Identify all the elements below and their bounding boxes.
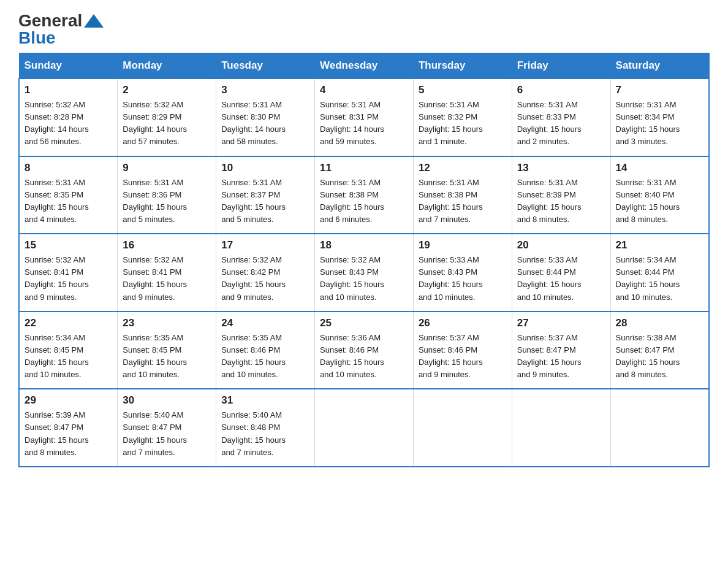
day-info: Sunrise: 5:32 AM Sunset: 8:41 PM Dayligh… bbox=[25, 254, 112, 304]
logo-general-text: General bbox=[18, 12, 82, 29]
day-info: Sunrise: 5:37 AM Sunset: 8:47 PM Dayligh… bbox=[517, 332, 605, 381]
week-row-2: 8Sunrise: 5:31 AM Sunset: 8:35 PM Daylig… bbox=[19, 156, 709, 234]
header-friday: Friday bbox=[512, 53, 610, 79]
day-info: Sunrise: 5:31 AM Sunset: 8:38 PM Dayligh… bbox=[419, 177, 507, 226]
calendar-table: SundayMondayTuesdayWednesdayThursdayFrid… bbox=[18, 53, 710, 467]
day-info: Sunrise: 5:32 AM Sunset: 8:29 PM Dayligh… bbox=[123, 99, 211, 148]
header-sunday: Sunday bbox=[19, 53, 118, 79]
day-info: Sunrise: 5:31 AM Sunset: 8:39 PM Dayligh… bbox=[517, 177, 605, 226]
day-cell: 11Sunrise: 5:31 AM Sunset: 8:38 PM Dayli… bbox=[315, 156, 414, 234]
day-info: Sunrise: 5:31 AM Sunset: 8:38 PM Dayligh… bbox=[320, 177, 408, 226]
week-row-1: 1Sunrise: 5:32 AM Sunset: 8:28 PM Daylig… bbox=[19, 79, 709, 156]
day-cell: 30Sunrise: 5:40 AM Sunset: 8:47 PM Dayli… bbox=[118, 389, 216, 467]
day-cell: 15Sunrise: 5:32 AM Sunset: 8:41 PM Dayli… bbox=[19, 234, 118, 312]
day-cell: 7Sunrise: 5:31 AM Sunset: 8:34 PM Daylig… bbox=[610, 79, 709, 156]
day-number: 21 bbox=[616, 239, 703, 251]
day-number: 1 bbox=[25, 84, 112, 96]
day-number: 7 bbox=[616, 84, 703, 96]
day-cell: 6Sunrise: 5:31 AM Sunset: 8:33 PM Daylig… bbox=[512, 79, 610, 156]
day-cell: 18Sunrise: 5:32 AM Sunset: 8:43 PM Dayli… bbox=[315, 234, 414, 312]
day-number: 17 bbox=[221, 239, 309, 251]
day-cell: 5Sunrise: 5:31 AM Sunset: 8:32 PM Daylig… bbox=[413, 79, 512, 156]
day-cell: 19Sunrise: 5:33 AM Sunset: 8:43 PM Dayli… bbox=[413, 234, 512, 312]
day-cell bbox=[512, 389, 610, 467]
day-number: 27 bbox=[517, 317, 605, 329]
day-cell bbox=[315, 389, 414, 467]
day-info: Sunrise: 5:31 AM Sunset: 8:34 PM Dayligh… bbox=[616, 99, 703, 148]
day-cell: 22Sunrise: 5:34 AM Sunset: 8:45 PM Dayli… bbox=[19, 312, 118, 389]
day-number: 9 bbox=[123, 162, 211, 174]
day-info: Sunrise: 5:39 AM Sunset: 8:47 PM Dayligh… bbox=[25, 409, 112, 459]
day-number: 5 bbox=[419, 84, 507, 96]
day-number: 19 bbox=[419, 239, 507, 251]
day-info: Sunrise: 5:32 AM Sunset: 8:28 PM Dayligh… bbox=[25, 99, 112, 148]
logo-blue-text: Blue bbox=[18, 28, 56, 47]
day-number: 24 bbox=[221, 317, 309, 329]
day-number: 18 bbox=[320, 239, 408, 251]
day-info: Sunrise: 5:32 AM Sunset: 8:41 PM Dayligh… bbox=[123, 254, 211, 304]
day-info: Sunrise: 5:36 AM Sunset: 8:46 PM Dayligh… bbox=[320, 332, 408, 381]
day-cell: 9Sunrise: 5:31 AM Sunset: 8:36 PM Daylig… bbox=[118, 156, 216, 234]
day-cell: 25Sunrise: 5:36 AM Sunset: 8:46 PM Dayli… bbox=[315, 312, 414, 389]
day-number: 14 bbox=[616, 162, 703, 174]
day-cell: 23Sunrise: 5:35 AM Sunset: 8:45 PM Dayli… bbox=[118, 312, 216, 389]
day-number: 3 bbox=[221, 84, 309, 96]
day-cell: 29Sunrise: 5:39 AM Sunset: 8:47 PM Dayli… bbox=[19, 389, 118, 467]
day-info: Sunrise: 5:32 AM Sunset: 8:43 PM Dayligh… bbox=[320, 254, 408, 304]
header-row: SundayMondayTuesdayWednesdayThursdayFrid… bbox=[19, 53, 709, 79]
day-cell: 24Sunrise: 5:35 AM Sunset: 8:46 PM Dayli… bbox=[216, 312, 315, 389]
day-cell: 28Sunrise: 5:38 AM Sunset: 8:47 PM Dayli… bbox=[610, 312, 709, 389]
logo: General Blue bbox=[18, 12, 104, 47]
day-cell bbox=[610, 389, 709, 467]
day-cell: 27Sunrise: 5:37 AM Sunset: 8:47 PM Dayli… bbox=[512, 312, 610, 389]
page-header: General Blue bbox=[18, 12, 710, 47]
day-info: Sunrise: 5:40 AM Sunset: 8:48 PM Dayligh… bbox=[221, 409, 309, 459]
day-cell: 21Sunrise: 5:34 AM Sunset: 8:44 PM Dayli… bbox=[610, 234, 709, 312]
day-cell: 26Sunrise: 5:37 AM Sunset: 8:46 PM Dayli… bbox=[413, 312, 512, 389]
day-number: 28 bbox=[616, 317, 703, 329]
day-info: Sunrise: 5:31 AM Sunset: 8:36 PM Dayligh… bbox=[123, 177, 211, 226]
day-info: Sunrise: 5:31 AM Sunset: 8:35 PM Dayligh… bbox=[25, 177, 112, 226]
day-number: 25 bbox=[320, 317, 408, 329]
day-info: Sunrise: 5:31 AM Sunset: 8:32 PM Dayligh… bbox=[419, 99, 507, 148]
svg-marker-1 bbox=[84, 14, 104, 28]
header-monday: Monday bbox=[118, 53, 216, 79]
week-row-5: 29Sunrise: 5:39 AM Sunset: 8:47 PM Dayli… bbox=[19, 389, 709, 467]
day-info: Sunrise: 5:40 AM Sunset: 8:47 PM Dayligh… bbox=[123, 409, 211, 459]
day-info: Sunrise: 5:35 AM Sunset: 8:46 PM Dayligh… bbox=[221, 332, 309, 381]
day-number: 6 bbox=[517, 84, 605, 96]
header-tuesday: Tuesday bbox=[216, 53, 315, 79]
day-number: 30 bbox=[123, 394, 211, 407]
week-row-3: 15Sunrise: 5:32 AM Sunset: 8:41 PM Dayli… bbox=[19, 234, 709, 312]
day-cell: 31Sunrise: 5:40 AM Sunset: 8:48 PM Dayli… bbox=[216, 389, 315, 467]
day-info: Sunrise: 5:32 AM Sunset: 8:42 PM Dayligh… bbox=[221, 254, 309, 304]
day-cell bbox=[413, 389, 512, 467]
day-cell: 13Sunrise: 5:31 AM Sunset: 8:39 PM Dayli… bbox=[512, 156, 610, 234]
day-cell: 4Sunrise: 5:31 AM Sunset: 8:31 PM Daylig… bbox=[315, 79, 414, 156]
day-cell: 14Sunrise: 5:31 AM Sunset: 8:40 PM Dayli… bbox=[610, 156, 709, 234]
day-info: Sunrise: 5:31 AM Sunset: 8:33 PM Dayligh… bbox=[517, 99, 605, 148]
day-cell: 12Sunrise: 5:31 AM Sunset: 8:38 PM Dayli… bbox=[413, 156, 512, 234]
header-thursday: Thursday bbox=[413, 53, 512, 79]
day-info: Sunrise: 5:33 AM Sunset: 8:44 PM Dayligh… bbox=[517, 254, 605, 304]
day-number: 31 bbox=[221, 394, 309, 407]
day-number: 2 bbox=[123, 84, 211, 96]
day-info: Sunrise: 5:34 AM Sunset: 8:45 PM Dayligh… bbox=[25, 332, 112, 381]
day-info: Sunrise: 5:35 AM Sunset: 8:45 PM Dayligh… bbox=[123, 332, 211, 381]
day-number: 10 bbox=[221, 162, 309, 174]
day-number: 29 bbox=[25, 394, 112, 407]
day-number: 26 bbox=[419, 317, 507, 329]
day-number: 11 bbox=[320, 162, 408, 174]
day-number: 22 bbox=[25, 317, 112, 329]
logo-arrow-icon bbox=[84, 14, 104, 28]
day-info: Sunrise: 5:38 AM Sunset: 8:47 PM Dayligh… bbox=[616, 332, 703, 381]
day-info: Sunrise: 5:34 AM Sunset: 8:44 PM Dayligh… bbox=[616, 254, 703, 304]
header-saturday: Saturday bbox=[610, 53, 709, 79]
week-row-4: 22Sunrise: 5:34 AM Sunset: 8:45 PM Dayli… bbox=[19, 312, 709, 389]
day-cell: 8Sunrise: 5:31 AM Sunset: 8:35 PM Daylig… bbox=[19, 156, 118, 234]
header-wednesday: Wednesday bbox=[315, 53, 414, 79]
day-number: 16 bbox=[123, 239, 211, 251]
day-info: Sunrise: 5:31 AM Sunset: 8:40 PM Dayligh… bbox=[616, 177, 703, 226]
day-number: 13 bbox=[517, 162, 605, 174]
day-cell: 3Sunrise: 5:31 AM Sunset: 8:30 PM Daylig… bbox=[216, 79, 315, 156]
